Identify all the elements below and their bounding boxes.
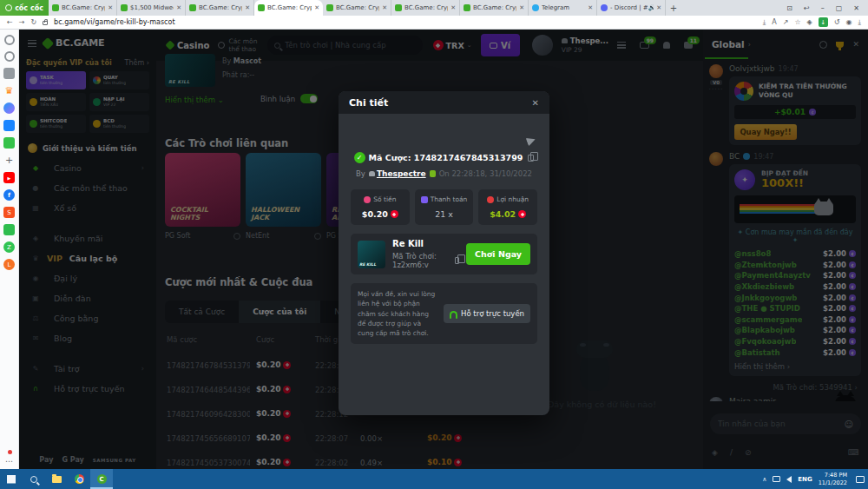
sidebar-menu-item[interactable]: ∩ Hỗ trợ trực tuyến <box>19 379 156 399</box>
sidebar-menu-item[interactable]: ◈ Khuyến mãi <box>19 228 156 248</box>
action-center-icon[interactable] <box>856 476 865 483</box>
mail-icon[interactable]: 99 <box>640 42 649 49</box>
file-explorer-icon[interactable] <box>45 469 68 489</box>
bet-row[interactable]: 174821745656689107 $0.20 22:28:07 0.00× … <box>156 426 477 450</box>
sidebar-menu-item[interactable]: ◉ Đại lý <box>19 268 156 288</box>
trophy-icon[interactable] <box>836 42 844 48</box>
copy-icon[interactable] <box>528 155 534 162</box>
tab-close-icon[interactable]: ✕ <box>314 4 319 11</box>
chat-avatar[interactable] <box>709 152 723 166</box>
modal-close-icon[interactable]: ✕ <box>532 98 539 108</box>
clock[interactable]: 7:48 PM 11/1/2022 <box>819 472 847 486</box>
browser-tab[interactable]: BC.Game: Crypto ✕ <box>391 0 460 16</box>
sidebar-menu-item[interactable]: ⚖ Công bằng <box>19 308 156 328</box>
browser-tab[interactable]: BC.Game: Crypto ✕ <box>460 0 529 16</box>
tab-close-icon[interactable]: ✕ <box>519 4 524 11</box>
browser-tab[interactable]: BC.Game: Crypto ✕ <box>254 0 323 16</box>
share-icon[interactable] <box>526 135 537 147</box>
volume-icon[interactable] <box>786 476 792 483</box>
tab-close-icon[interactable]: ✕ <box>108 4 113 11</box>
browser-tab[interactable]: BC.Game: Crypto ✕ <box>323 0 391 16</box>
chat-input[interactable] <box>718 420 839 428</box>
sidebar-menu-item[interactable]: ▦ Xổ số <box>19 198 156 218</box>
back-icon[interactable]: ← <box>7 18 13 26</box>
tab-close-icon[interactable]: ✕ <box>656 4 661 11</box>
language-indicator[interactable]: ENG <box>798 476 812 483</box>
bets-tab[interactable]: Tất cả Cược <box>165 301 239 323</box>
side-rail-icon[interactable]: + <box>3 155 15 166</box>
sidebar-menu-item[interactable]: ✉ Blog <box>19 328 156 348</box>
game-art[interactable]: COCKTAILNIGHTS <box>165 153 240 227</box>
referral-banner[interactable]: Giới thiệu và kiếm tiền <box>28 143 148 153</box>
reload-icon[interactable]: ↻ <box>30 18 36 26</box>
new-tab-button[interactable]: + <box>666 0 681 16</box>
live-support-button[interactable]: Hỗ trợ trực tuyến <box>444 304 530 323</box>
urlbar-action-icon[interactable]: ◈ <box>807 18 812 26</box>
urlbar-action-icon[interactable]: ↗ <box>783 18 789 26</box>
game-art[interactable]: HALLOWEENJACK <box>246 153 321 227</box>
emoji-icon[interactable]: ☺ <box>845 420 853 429</box>
window-control-icon[interactable]: ↩ <box>804 4 810 12</box>
sidebar-menu-item[interactable]: ♛ VIP Câu lạc bộ <box>19 248 156 268</box>
vip-perk-card[interactable]: HOÀN TIỀN XẤU <box>26 93 86 111</box>
urlbar-action-icon[interactable]: ◉ <box>845 18 852 26</box>
side-rail-app-icon[interactable]: ▶ <box>3 172 15 183</box>
side-rail-icon[interactable]: ♛ <box>3 85 15 96</box>
lucky-wheel-card[interactable]: KIỂM TRA TIỀN THƯỞNG VÒNG QU +$0.01 ¢ Qu… <box>729 76 861 145</box>
chat-avatar[interactable] <box>709 397 723 401</box>
chat-toggle-icon[interactable]: 11 <box>684 42 693 49</box>
more-icon[interactable]: ⋯ <box>5 457 13 466</box>
chat-close-icon[interactable]: ✕ <box>852 40 859 49</box>
tab-close-icon[interactable]: ✕ <box>450 4 456 11</box>
winner-name[interactable]: @Xkdiezbiewb <box>734 282 794 291</box>
winner-name[interactable]: @THE ● STUPID <box>734 304 800 313</box>
chat-username[interactable]: Oolvjxtkjwb <box>729 64 775 73</box>
quests-list-icon[interactable] <box>617 42 626 49</box>
network-icon[interactable] <box>773 476 780 482</box>
tab-close-icon[interactable]: ✕ <box>176 4 181 11</box>
chat-username[interactable]: Maira aamir <box>729 397 776 401</box>
urlbar-action-icon[interactable]: ☆ <box>794 18 800 26</box>
winner-name[interactable]: @Fvqokoaojwb <box>734 337 796 346</box>
urlbar-action-icon[interactable]: ⤓ <box>763 18 766 27</box>
browser-tab[interactable]: - Discord | #🔊m ✕ <box>597 0 666 16</box>
bell-icon[interactable] <box>663 42 670 49</box>
side-rail-app-icon[interactable]: L <box>3 259 15 270</box>
user-info[interactable]: Thespe... VIP 29 <box>562 36 608 55</box>
vip-perk-card[interactable]: QUAY tiền thưởng <box>89 71 149 89</box>
currency-selector[interactable]: TRX ⌄ <box>433 40 472 50</box>
url-text[interactable]: bc.game/vi/game/re-kill-by-mascot <box>54 18 174 26</box>
taskbar-search-icon[interactable] <box>23 469 45 489</box>
copy-icon[interactable] <box>455 257 459 264</box>
spin-now-button[interactable]: Quay Ngay!! <box>734 124 797 140</box>
chat-tool-icon[interactable]: / <box>730 448 733 457</box>
coccoc-taskbar-icon[interactable]: C <box>90 469 113 489</box>
wallet-button[interactable]: Ví <box>481 34 520 56</box>
winner-name[interactable]: @Batistath <box>734 348 780 357</box>
hamburger-menu-icon[interactable] <box>28 40 36 47</box>
browser-tab[interactable]: BC.Game: Crypto ✕ <box>186 0 254 16</box>
vip-perk-card[interactable]: NẠP LẠI VIP 22 <box>89 93 149 111</box>
urlbar-action-icon[interactable]: ↓ <box>819 17 828 27</box>
side-rail-icon[interactable] <box>3 137 15 149</box>
window-control-icon[interactable]: ▢ <box>836 4 843 12</box>
urlbar-action-icon[interactable]: ↺ <box>834 18 840 26</box>
winner-name[interactable]: @nss8o8 <box>734 249 771 258</box>
vip-perks-more-link[interactable]: Thêm › <box>125 59 149 67</box>
bet-row[interactable]: 174821745053730074 $0.20 22:28:02 0.49× … <box>156 450 477 469</box>
chat-game-code-link[interactable]: Mã Trò chơi: 5349941 › <box>708 383 858 392</box>
show-more-link[interactable]: Hiển thị thêm ⌄ <box>165 96 224 104</box>
tab-close-icon[interactable]: ✕ <box>245 4 250 11</box>
window-control-icon[interactable]: – <box>821 4 825 12</box>
side-rail-app-icon[interactable]: f <box>3 189 15 201</box>
sidebar-menu-item[interactable]: ✎ Tài trợ › <box>19 359 156 379</box>
player-link[interactable]: Thespectre <box>369 169 426 178</box>
side-rail-app-icon[interactable] <box>3 224 15 235</box>
chat-rules-icon[interactable] <box>819 41 827 49</box>
tab-close-icon[interactable]: ✕ <box>588 4 593 11</box>
start-button[interactable] <box>0 469 23 489</box>
winner-name[interactable]: @scammergame <box>734 315 802 324</box>
vip-perk-card[interactable]: TASK tiền thưởng <box>26 71 86 89</box>
side-rail-icon[interactable] <box>3 102 15 114</box>
tab-close-icon[interactable]: ✕ <box>382 4 387 11</box>
